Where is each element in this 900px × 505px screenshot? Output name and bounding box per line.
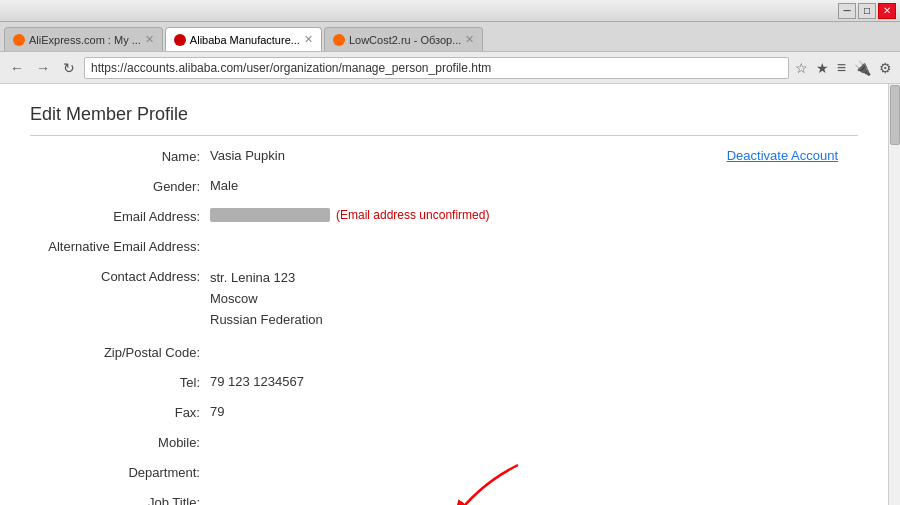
page-title: Edit Member Profile <box>30 104 858 136</box>
field-row-tel: Tel: 79 123 1234567 <box>30 374 858 390</box>
address-bar: ← → ↻ ☆ ★ ≡ 🔌 ⚙ <box>0 52 900 84</box>
refresh-button[interactable]: ↻ <box>58 57 80 79</box>
tab-favicon-alibaba <box>174 34 186 46</box>
value-gender: Male <box>210 178 238 193</box>
bookmark-icon[interactable]: ☆ <box>793 58 810 78</box>
forward-button[interactable]: → <box>32 57 54 79</box>
toolbar-icons: ☆ ★ ≡ 🔌 ⚙ <box>793 57 894 79</box>
label-name: Name: <box>30 148 210 164</box>
profile-container: Deactivate Account Name: Vasia Pupkin Ge… <box>30 148 858 505</box>
value-email: (Email address unconfirmed) <box>210 208 489 222</box>
tab-label-aliexpress: AliExpress.com : My ... <box>29 34 141 46</box>
email-unconfirmed-text: (Email address unconfirmed) <box>336 208 489 222</box>
label-fax: Fax: <box>30 404 210 420</box>
value-name: Vasia Pupkin <box>210 148 285 163</box>
label-gender: Gender: <box>30 178 210 194</box>
scrollbar[interactable] <box>888 84 900 505</box>
label-alt-email: Alternative Email Address: <box>30 238 210 254</box>
field-row-zip: Zip/Postal Code: <box>30 344 858 360</box>
settings-icon[interactable]: ⚙ <box>877 58 894 78</box>
tab-close-aliexpress[interactable]: ✕ <box>145 33 154 46</box>
tab-alibaba[interactable]: Alibaba Manufacture... ✕ <box>165 27 322 51</box>
label-tel: Tel: <box>30 374 210 390</box>
field-row-jobtitle: Job Title: <box>30 494 858 505</box>
menu-icon[interactable]: ≡ <box>835 57 848 79</box>
value-fax: 79 <box>210 404 224 419</box>
extensions-icon[interactable]: 🔌 <box>852 58 873 78</box>
field-row-gender: Gender: Male <box>30 178 858 194</box>
field-row-address: Contact Address: str. Lenina 123MoscowRu… <box>30 268 858 330</box>
star-icon[interactable]: ★ <box>814 58 831 78</box>
minimize-button[interactable]: ─ <box>838 3 856 19</box>
label-address: Contact Address: <box>30 268 210 284</box>
tab-label-lowcost: LowCost2.ru - Обзор... <box>349 34 461 46</box>
browser-content: Edit Member Profile Deactivate Account N… <box>0 84 900 505</box>
field-row-department: Department: <box>30 464 858 480</box>
field-row-fax: Fax: 79 <box>30 404 858 420</box>
back-button[interactable]: ← <box>6 57 28 79</box>
field-row-email: Email Address: (Email address unconfirme… <box>30 208 858 224</box>
field-row-alt-email: Alternative Email Address: <box>30 238 858 254</box>
label-mobile: Mobile: <box>30 434 210 450</box>
page-area: Edit Member Profile Deactivate Account N… <box>0 84 888 505</box>
email-blurred <box>210 208 330 222</box>
tab-close-alibaba[interactable]: ✕ <box>304 33 313 46</box>
maximize-button[interactable]: □ <box>858 3 876 19</box>
scrollbar-thumb[interactable] <box>890 85 900 145</box>
tab-aliexpress[interactable]: AliExpress.com : My ... ✕ <box>4 27 163 51</box>
close-button[interactable]: ✕ <box>878 3 896 19</box>
label-jobtitle: Job Title: <box>30 494 210 505</box>
value-address: str. Lenina 123MoscowRussian Federation <box>210 268 323 330</box>
tab-label-alibaba: Alibaba Manufacture... <box>190 34 300 46</box>
tab-lowcost[interactable]: LowCost2.ru - Обзор... ✕ <box>324 27 483 51</box>
window-controls: ─ □ ✕ <box>838 3 896 19</box>
value-tel: 79 123 1234567 <box>210 374 304 389</box>
window-titlebar: ─ □ ✕ <box>0 0 900 22</box>
label-zip: Zip/Postal Code: <box>30 344 210 360</box>
field-row-mobile: Mobile: <box>30 434 858 450</box>
deactivate-account-link[interactable]: Deactivate Account <box>727 148 838 163</box>
tab-favicon-aliexpress <box>13 34 25 46</box>
label-department: Department: <box>30 464 210 480</box>
address-input[interactable] <box>84 57 789 79</box>
tab-bar: AliExpress.com : My ... ✕ Alibaba Manufa… <box>0 22 900 52</box>
label-email: Email Address: <box>30 208 210 224</box>
tab-favicon-lowcost <box>333 34 345 46</box>
tab-close-lowcost[interactable]: ✕ <box>465 33 474 46</box>
